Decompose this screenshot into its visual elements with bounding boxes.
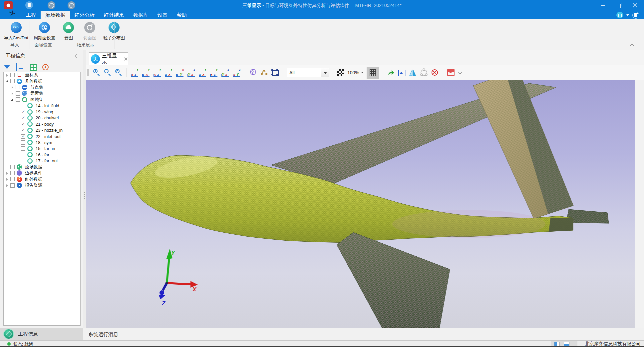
tab-close-icon[interactable] (124, 57, 128, 61)
camera-view-button[interactable] (249, 68, 257, 77)
tree-row[interactable]: 元素集 (4, 90, 80, 96)
tree-checkbox[interactable] (10, 183, 15, 188)
tree-expander-icon[interactable] (16, 104, 20, 108)
axis-view-button[interactable]: z Y x (221, 69, 229, 77)
axis-view-button[interactable]: x z Y (176, 69, 184, 77)
archive-box-button[interactable] (447, 68, 455, 77)
menu-item[interactable]: 设置 (153, 11, 172, 19)
menu-item[interactable]: 工程 (21, 11, 41, 19)
minimize-button[interactable] (601, 3, 605, 8)
tree-row[interactable]: 23 - nozzle_in (4, 127, 80, 133)
combobox-dropdown-button[interactable] (321, 68, 329, 77)
list-view-icon[interactable] (16, 63, 24, 71)
tree-expander-icon[interactable] (16, 146, 20, 151)
tree-row[interactable]: 坐标系 (4, 72, 80, 78)
ribbon-button[interactable]: 云图 (58, 21, 79, 42)
display-filter-combobox[interactable]: All (287, 68, 329, 77)
tree-row[interactable]: 20 - chuiwei (4, 115, 80, 121)
dropdown-caret-icon[interactable] (626, 14, 629, 16)
cancel-button[interactable] (431, 68, 439, 77)
tree-expander-icon[interactable] (16, 128, 20, 132)
tree-row[interactable]: 17 - far_out (4, 158, 80, 164)
tree-row[interactable]: 红外数据 (4, 176, 80, 182)
tree-checkbox[interactable] (16, 85, 20, 89)
help-account-icon[interactable] (632, 12, 639, 19)
axis-view-button[interactable]: Y z x (142, 69, 150, 77)
mirror-button[interactable] (409, 68, 417, 77)
tree-expander-icon[interactable] (16, 116, 20, 120)
locate-icon[interactable] (42, 64, 49, 70)
ribbon-button[interactable]: 切面图 (79, 21, 101, 42)
export-arrow-button[interactable] (387, 68, 395, 77)
tree-expander-icon[interactable] (10, 97, 15, 102)
tree-checkbox[interactable] (16, 97, 20, 102)
grid-view-icon[interactable] (29, 63, 37, 71)
tree-row[interactable]: 18 - sym (4, 139, 80, 145)
tree-row[interactable]: 边界条件 (4, 170, 80, 176)
link-nodes-button[interactable] (420, 68, 428, 77)
tree-checkbox[interactable] (21, 110, 25, 114)
tree-checkbox[interactable] (21, 159, 25, 163)
snapshot-button[interactable] (398, 68, 406, 77)
tree-row[interactable]: 21 - body (4, 121, 80, 127)
axis-view-button[interactable]: z Y x (187, 69, 195, 77)
panel-collapse-icon[interactable] (74, 54, 79, 59)
ribbon-button[interactable]: 粒子分布图 (101, 21, 128, 42)
menu-item[interactable]: 红外结果 (99, 11, 129, 19)
tree-checkbox[interactable] (10, 177, 15, 181)
axis-view-button[interactable]: Y x z (154, 69, 161, 77)
tree-expander-icon[interactable] (5, 177, 9, 181)
axis-view-button[interactable]: Y z x (199, 69, 207, 77)
tree-expander-icon[interactable] (16, 122, 20, 126)
tree-checkbox[interactable] (10, 79, 15, 83)
tree-checkbox[interactable] (21, 140, 25, 145)
tree-row[interactable]: 流场数据 (4, 164, 80, 170)
tree-row[interactable]: 14 - int_fluid (4, 103, 80, 109)
tree-row[interactable]: 面域集 (4, 97, 80, 103)
tree-expander-icon[interactable] (5, 165, 9, 169)
tree-expander-icon[interactable] (5, 79, 9, 83)
ribbon-collapse-icon[interactable] (630, 43, 635, 47)
tree-checkbox[interactable] (10, 171, 15, 175)
panel-splitter[interactable] (83, 50, 86, 328)
menu-item[interactable]: 流场数据 (41, 11, 70, 19)
tree-expander-icon[interactable] (16, 140, 20, 145)
tree-row[interactable]: 19 - wing (4, 109, 80, 115)
box-select-button[interactable] (271, 68, 279, 77)
tree-checkbox[interactable] (16, 91, 20, 96)
toolbar-grip[interactable] (87, 69, 89, 76)
scene-graph-button[interactable] (260, 68, 268, 77)
viewport-3d[interactable]: Y X Z (86, 80, 635, 328)
tree-row[interactable]: 报告资源 (4, 182, 80, 188)
tree-expander-icon[interactable] (16, 159, 20, 163)
tree-expander-icon[interactable] (16, 110, 20, 114)
close-button[interactable] (633, 3, 637, 8)
tree-checkbox[interactable] (10, 165, 15, 169)
menu-item[interactable]: 数据库 (129, 11, 153, 19)
tree-checkbox[interactable] (21, 122, 25, 126)
tree-checkbox[interactable] (21, 146, 25, 151)
tree-expander-icon[interactable] (5, 171, 9, 175)
restore-button[interactable] (617, 3, 621, 8)
tree-checkbox[interactable] (10, 73, 15, 77)
tree-row[interactable]: 22 - inlet_out (4, 133, 80, 139)
system-message-bar[interactable]: 系统运行消息 (83, 328, 644, 340)
panel-footer-tab[interactable]: 工程信息 (0, 328, 83, 340)
zoom-in-button[interactable] (93, 68, 101, 77)
tree-checkbox[interactable] (21, 116, 25, 120)
tree-checkbox[interactable] (21, 153, 25, 157)
tree-expander-icon[interactable] (10, 91, 15, 96)
tree-row[interactable]: 16 - far (4, 152, 80, 158)
menu-item[interactable]: 帮助 (172, 11, 191, 19)
ribbon-button[interactable]: cas 导入Cas/Dat (1, 21, 31, 42)
axis-view-button[interactable]: Y z x (165, 69, 173, 77)
menu-item[interactable]: 红外分析 (70, 11, 99, 19)
tree-row[interactable]: 节点集 (4, 84, 80, 90)
axis-view-button[interactable]: Y x z (131, 69, 139, 77)
filter-icon[interactable] (3, 63, 11, 71)
layout-left-pane-icon[interactable] (554, 342, 560, 346)
tree-expander-icon[interactable] (5, 73, 9, 77)
tree-expander-icon[interactable] (5, 183, 9, 188)
zoom-fit-button[interactable] (115, 68, 123, 77)
tree-expander-icon[interactable] (16, 134, 20, 139)
